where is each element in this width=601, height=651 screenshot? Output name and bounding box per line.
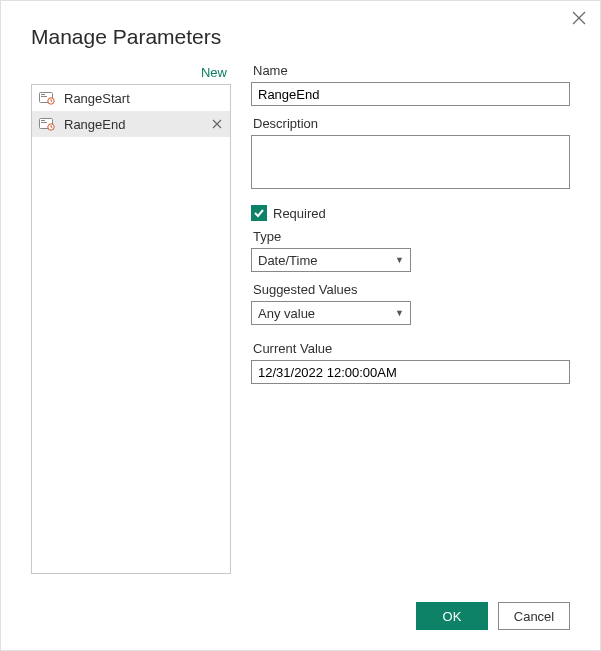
current-value-label: Current Value xyxy=(253,341,570,356)
current-value-input[interactable] xyxy=(251,360,570,384)
parameter-list: RangeStart RangeEnd xyxy=(31,84,231,574)
delete-parameter-icon[interactable] xyxy=(210,117,224,132)
chevron-down-icon: ▼ xyxy=(395,255,404,265)
svg-rect-2 xyxy=(41,96,47,97)
suggested-values-value: Any value xyxy=(258,306,315,321)
required-checkbox[interactable] xyxy=(251,205,267,221)
parameter-item-label: RangeEnd xyxy=(64,117,125,132)
description-label: Description xyxy=(253,116,570,131)
required-label: Required xyxy=(273,206,326,221)
type-select[interactable]: Date/Time ▼ xyxy=(251,248,411,272)
svg-rect-5 xyxy=(41,120,45,121)
name-label: Name xyxy=(253,63,570,78)
suggested-values-select[interactable]: Any value ▼ xyxy=(251,301,411,325)
svg-rect-6 xyxy=(41,122,47,123)
parameter-item-rangestart[interactable]: RangeStart xyxy=(32,85,230,111)
parameter-item-rangeend[interactable]: RangeEnd xyxy=(32,111,230,137)
close-icon[interactable] xyxy=(572,11,586,29)
new-parameter-link[interactable]: New xyxy=(31,63,231,84)
parameter-icon xyxy=(38,116,56,132)
type-value: Date/Time xyxy=(258,253,317,268)
dialog-title: Manage Parameters xyxy=(31,25,600,49)
chevron-down-icon: ▼ xyxy=(395,308,404,318)
parameter-item-label: RangeStart xyxy=(64,91,130,106)
type-label: Type xyxy=(253,229,570,244)
parameter-icon xyxy=(38,90,56,106)
manage-parameters-dialog: Manage Parameters New RangeStart RangeEn… xyxy=(0,0,601,651)
cancel-button[interactable]: Cancel xyxy=(498,602,570,630)
suggested-values-label: Suggested Values xyxy=(253,282,570,297)
description-input[interactable] xyxy=(251,135,570,189)
name-input[interactable] xyxy=(251,82,570,106)
svg-rect-1 xyxy=(41,94,45,95)
ok-button[interactable]: OK xyxy=(416,602,488,630)
